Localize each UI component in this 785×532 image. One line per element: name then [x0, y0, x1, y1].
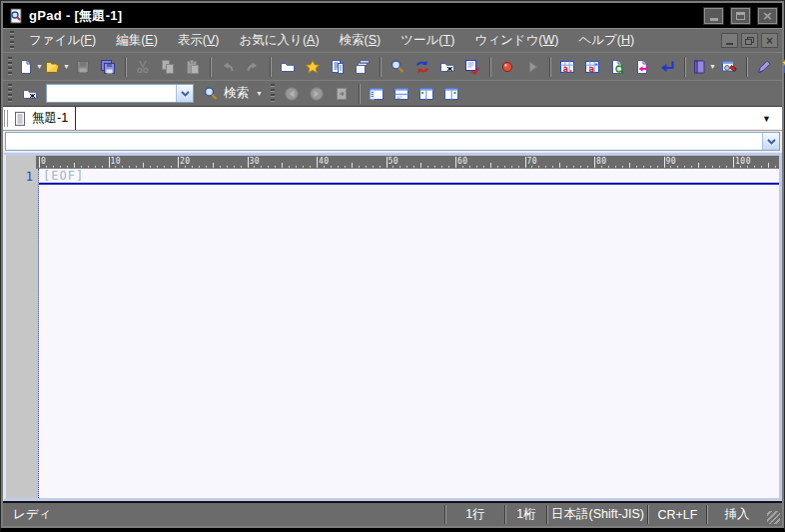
- mdi-minimize-button[interactable]: [721, 33, 738, 48]
- mdi-close-button[interactable]: ×: [761, 33, 778, 48]
- toolbar-button-folder[interactable]: [277, 55, 300, 78]
- status-line-ending[interactable]: CR+LF: [649, 503, 706, 526]
- ruler-minor-tick: [88, 166, 89, 168]
- status-column: 1桁: [506, 503, 546, 526]
- toolbar-button-window-stack[interactable]: [352, 55, 375, 78]
- toolbar-button-external-tool-pen[interactable]: [753, 55, 776, 78]
- toolbar-button-char-convert-1[interactable]: a,: [556, 55, 579, 78]
- menu-item-edit[interactable]: 編集(E): [106, 29, 168, 52]
- maximize-button[interactable]: [731, 8, 750, 24]
- toolbar-grip[interactable]: [10, 31, 14, 51]
- function-combo-input[interactable]: [6, 133, 762, 150]
- ruler-label: 20: [180, 157, 191, 166]
- search-button[interactable]: 検索 ▼: [198, 83, 268, 104]
- dropdown-arrow-icon[interactable]: ▼: [709, 63, 716, 70]
- ruler-major-tick: [594, 157, 595, 168]
- toolbar-button-view-split-h[interactable]: [391, 82, 413, 105]
- toolbar-button-char-convert-2[interactable]: a*: [581, 55, 604, 78]
- function-combo-dropdown-button[interactable]: [762, 133, 779, 150]
- toolbar-button-save-all[interactable]: [97, 55, 120, 78]
- close-icon: ×: [762, 9, 773, 22]
- tab-untitled-1[interactable]: 無題-1: [9, 107, 76, 130]
- toolbar-button-grep-folder[interactable]: [18, 82, 41, 105]
- toolbar-grip[interactable]: [8, 84, 12, 104]
- toolbar-button-search-magnifier[interactable]: [387, 55, 409, 78]
- menu-item-favorites[interactable]: お気に入り(A): [230, 29, 330, 52]
- toolbar-button-wrap-return-blue[interactable]: [656, 55, 679, 78]
- status-line: 1行: [446, 503, 504, 526]
- wrap-return-pink-icon: [634, 59, 650, 75]
- toolbar-button-open-folder[interactable]: ▼: [45, 55, 70, 78]
- app-window: gPad - [無題-1] × ファイル(F)編集(E)表示(V)お気に入り(A…: [0, 0, 785, 532]
- function-combo: [5, 132, 780, 151]
- toolbar-separator: [125, 57, 127, 77]
- function-combo-row: [3, 130, 782, 153]
- toolbar-button-grep-replace[interactable]: [461, 55, 484, 78]
- menu-item-help[interactable]: ヘルプ(H): [568, 29, 644, 52]
- mdi-restore-button[interactable]: [741, 33, 758, 48]
- svg-text:a,: a,: [563, 63, 574, 73]
- cursor-line[interactable]: [EOF]: [39, 169, 779, 185]
- ruler-mid-tick: [282, 163, 283, 168]
- toolbar-separator: [549, 57, 551, 77]
- toolbar-button-options-window[interactable]: [718, 55, 741, 78]
- toolbar-button-new-window[interactable]: [778, 55, 785, 78]
- menu-bar: ファイル(F)編集(E)表示(V)お気に入り(A)検索(S)ツール(T)ウィンド…: [3, 28, 782, 52]
- ruler-corner: [6, 156, 36, 169]
- paste-icon: [185, 59, 201, 75]
- ruler-mid-tick: [74, 163, 75, 168]
- menu-item-view[interactable]: 表示(V): [168, 29, 230, 52]
- toolbar-grip[interactable]: [271, 84, 275, 104]
- ruler-minor-tick: [677, 166, 678, 168]
- ruler-minor-tick: [469, 166, 470, 168]
- toolbar-button-favorites-star[interactable]: [302, 55, 325, 78]
- dropdown-arrow-icon[interactable]: ▼: [256, 90, 263, 97]
- status-encoding[interactable]: 日本語(Shift-JIS): [548, 503, 647, 526]
- menu-item-search[interactable]: 検索(S): [330, 29, 392, 52]
- toolbar-button-replace[interactable]: [411, 55, 434, 78]
- menu-item-file[interactable]: ファイル(F): [19, 29, 106, 52]
- ruler-major-tick: [248, 157, 249, 168]
- minimize-button[interactable]: [704, 8, 723, 24]
- window-title: gPad - [無題-1]: [29, 7, 122, 25]
- folder-icon: [280, 59, 296, 75]
- ruler-minor-tick: [399, 166, 400, 168]
- dropdown-arrow-icon[interactable]: ▼: [63, 63, 70, 70]
- search-combo-dropdown-button[interactable]: [176, 85, 193, 102]
- main-toolbar-buttons: ▼▼a,a*▼: [17, 55, 785, 78]
- ruler-minor-tick: [608, 166, 609, 168]
- ruler-minor-tick: [545, 166, 546, 168]
- toolbar-button-wrap-return-pink[interactable]: [631, 55, 654, 78]
- toolbar-button-new-document[interactable]: ▼: [18, 55, 43, 78]
- ruler-minor-tick: [580, 166, 581, 168]
- toolbar-button-view-split-right[interactable]: [440, 82, 463, 105]
- resize-grip[interactable]: [767, 511, 780, 524]
- ruler-minor-tick: [518, 166, 519, 168]
- ruler-minor-tick: [552, 166, 553, 168]
- dropdown-arrow-icon[interactable]: ▼: [36, 63, 43, 70]
- toolbar-button-grep-folder[interactable]: [436, 55, 459, 78]
- toolbar-button-view-outline[interactable]: [366, 82, 389, 105]
- menu-item-tools[interactable]: ツール(T): [391, 29, 464, 52]
- toolbar-grip[interactable]: [8, 57, 12, 77]
- toolbar-button-view-split-left[interactable]: [415, 82, 438, 105]
- save-icon: [75, 59, 91, 75]
- toolbar-button-document-list[interactable]: [327, 55, 350, 78]
- ruler-major-tick: [178, 157, 179, 168]
- search-input[interactable]: [47, 85, 176, 102]
- editor-area[interactable]: 1 [EOF]: [6, 169, 779, 498]
- toolbar-button-document-preview[interactable]: [606, 55, 629, 78]
- ruler-mid-tick: [420, 163, 421, 168]
- toolbar-button-record-macro[interactable]: [496, 55, 519, 78]
- menu-item-window[interactable]: ウィンドウ(W): [464, 29, 568, 52]
- text-area[interactable]: [EOF]: [39, 169, 779, 498]
- search-toolbar: 検索 ▼: [3, 80, 782, 106]
- ruler-label: 100: [735, 157, 751, 166]
- status-insert-mode[interactable]: 挿入: [708, 503, 766, 526]
- ruler-minor-tick: [289, 166, 290, 168]
- toolbar-separator: [380, 57, 382, 77]
- close-button[interactable]: ×: [758, 8, 777, 24]
- toolbar-button-outline-book[interactable]: ▼: [691, 55, 716, 78]
- ruler-mid-tick: [352, 163, 353, 168]
- tab-list-dropdown-button[interactable]: ▼: [751, 107, 782, 130]
